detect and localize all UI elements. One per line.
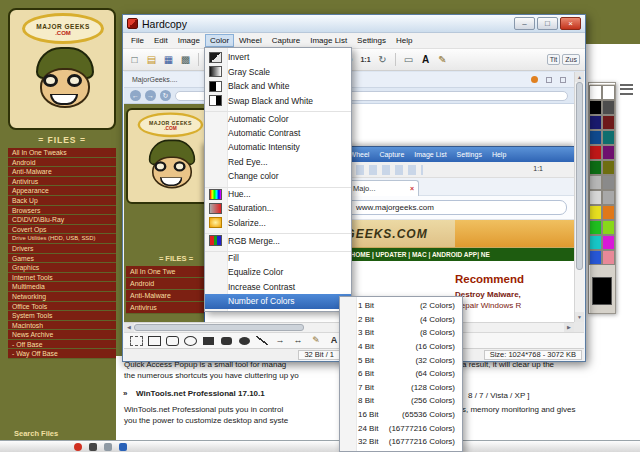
arrow-tool[interactable]: → (272, 334, 288, 347)
camera-icon[interactable] (104, 443, 112, 451)
palette-swatch[interactable] (589, 175, 602, 190)
palette-swatch[interactable] (589, 115, 602, 130)
sidebar-item[interactable]: Covert Ops (8, 225, 116, 235)
color-menu-item[interactable]: Gray Scale (205, 65, 351, 80)
menu-bar-item[interactable]: Image List (305, 34, 352, 47)
line-tool[interactable] (254, 334, 270, 347)
horizontal-scroll-thumb[interactable] (134, 324, 304, 331)
menu-bar-item[interactable]: Edit (149, 34, 173, 47)
image-canvas[interactable]: MajorGeeks.... ← → ↻ (124, 72, 584, 332)
palette-swatch[interactable] (589, 85, 602, 100)
rotate-icon[interactable]: ↻ (374, 51, 391, 68)
text-tool-icon[interactable]: A (417, 51, 434, 68)
filled-ellipse-tool[interactable] (236, 334, 252, 347)
sidebar-item[interactable]: Antivirus (8, 177, 116, 187)
palette-swatch[interactable] (602, 130, 615, 145)
draw-tool-icon[interactable]: ✎ (434, 51, 451, 68)
nested-menu-item[interactable]: Image List (409, 151, 451, 158)
title-bar[interactable]: Hardcopy – □ × (123, 15, 585, 33)
bit-depth-menu-item[interactable]: 3 Bit (8 Colors) (340, 326, 462, 340)
rect-tool[interactable] (146, 334, 162, 347)
color-menu-item[interactable]: Number of Colors ▶ (205, 294, 351, 309)
menu-bar-item[interactable]: Image (173, 34, 205, 47)
current-color-swatch[interactable] (592, 277, 612, 305)
color-menu-item[interactable]: Fill (205, 251, 351, 266)
zoom-100-button[interactable]: 1:1 (357, 51, 374, 68)
minimize-button[interactable]: – (514, 17, 535, 30)
sidebar-item[interactable]: Drive Utilities (HDD, USB, SSD) (8, 234, 116, 244)
scroll-down-icon[interactable]: ▼ (575, 312, 584, 322)
palette-swatch[interactable] (602, 250, 615, 265)
palette-swatch[interactable] (602, 220, 615, 235)
palette-swatch[interactable] (602, 85, 615, 100)
palette-swatch[interactable] (589, 130, 602, 145)
app-icon[interactable] (119, 443, 127, 451)
double-arrow-tool[interactable]: ↔ (290, 334, 306, 347)
sidebar-item[interactable]: Graphics (8, 263, 116, 273)
palette-swatch[interactable] (602, 175, 615, 190)
wintools-link[interactable]: WinTools.net Professional 17.10.1 (136, 389, 265, 399)
address-bar[interactable]: www.majorgeeks.com (337, 200, 567, 215)
tit-button[interactable]: Tit (547, 54, 561, 65)
back-icon[interactable]: ← (130, 90, 141, 101)
palette-swatch[interactable] (602, 190, 615, 205)
vertical-scroll-thumb[interactable] (576, 82, 583, 270)
sidebar-item[interactable]: Drivers (8, 244, 116, 254)
color-menu-item[interactable]: Solarize... (205, 216, 351, 231)
sidebar-item[interactable]: News Archive (8, 330, 116, 340)
menu-bar-item[interactable]: Capture (267, 34, 305, 47)
palette-swatch[interactable] (589, 220, 602, 235)
bit-depth-menu-item[interactable]: 7 Bit (128 Colors) (340, 381, 462, 395)
color-menu-item[interactable]: Saturation... (205, 201, 351, 216)
menu-icon[interactable] (620, 84, 633, 95)
palette-swatch[interactable] (602, 115, 615, 130)
color-menu-item[interactable]: Swap Black and White (205, 94, 351, 109)
sidebar-item[interactable]: System Tools (8, 311, 116, 321)
color-menu-item[interactable]: Automatic Contrast (205, 126, 351, 141)
menu-bar-item[interactable]: Color (205, 34, 234, 47)
record-icon[interactable] (74, 443, 82, 451)
sidebar-item[interactable]: Networking (8, 292, 116, 302)
new-icon[interactable]: □ (126, 51, 143, 68)
scroll-left-icon[interactable]: ◀ (124, 323, 134, 332)
save-icon[interactable]: ▦ (160, 51, 177, 68)
palette-swatch[interactable] (589, 235, 602, 250)
scroll-up-icon[interactable]: ▲ (575, 72, 584, 82)
nested-menu-item[interactable]: Settings (452, 151, 487, 158)
sidebar-item[interactable]: Back Up (8, 196, 116, 206)
palette-swatch[interactable] (589, 160, 602, 175)
print-icon[interactable]: ▩ (177, 51, 194, 68)
nested-browser-tab[interactable]: MajorGeeks.... (132, 76, 178, 83)
palette-swatch[interactable] (602, 145, 615, 160)
color-menu-item[interactable]: Invert (205, 50, 351, 65)
sidebar-item[interactable]: Games (8, 254, 116, 264)
refresh-icon[interactable]: ↻ (160, 90, 171, 101)
sidebar-item[interactable]: Anti-Malware (8, 167, 116, 177)
bit-depth-menu-item[interactable]: 4 Bit (16 Colors) (340, 340, 462, 354)
palette-swatch[interactable] (602, 235, 615, 250)
maximize-button[interactable]: □ (537, 17, 558, 30)
select-rect-tool[interactable] (128, 334, 144, 347)
nested-menu-item[interactable]: Help (487, 151, 511, 158)
menu-bar-item[interactable]: Settings (352, 34, 391, 47)
palette-swatch[interactable] (589, 145, 602, 160)
bit-depth-menu-item[interactable]: 16 Bit (65536 Colors) (340, 408, 462, 422)
nested-menu-item[interactable]: Capture (374, 151, 409, 158)
sidebar-item[interactable]: CD\DVD\Blu-Ray (8, 215, 116, 225)
menu-bar-item[interactable]: Wheel (234, 34, 267, 47)
palette-swatch[interactable] (589, 100, 602, 115)
crop-icon[interactable]: ▭ (400, 51, 417, 68)
sidebar-item[interactable]: Macintosh (8, 321, 116, 331)
sidebar-item[interactable]: All In One Tweaks (8, 148, 116, 158)
vertical-scrollbar[interactable]: ▲ ▼ (574, 72, 584, 322)
tab-close-icon[interactable]: × (410, 185, 414, 192)
filled-rounded-rect-tool[interactable] (218, 334, 234, 347)
scroll-right-icon[interactable]: ▶ (564, 323, 574, 332)
open-icon[interactable]: ▤ (143, 51, 160, 68)
menu-bar-item[interactable]: File (126, 34, 149, 47)
majorgeeks-logo[interactable]: MAJOR GEEKS .COM (8, 8, 116, 130)
sidebar-item[interactable]: Android (8, 158, 116, 168)
bit-depth-menu-item[interactable]: 32 Bit (16777216 Colors) (340, 435, 462, 449)
palette-swatch[interactable] (602, 100, 615, 115)
sidebar-item[interactable]: Internet Tools (8, 273, 116, 283)
